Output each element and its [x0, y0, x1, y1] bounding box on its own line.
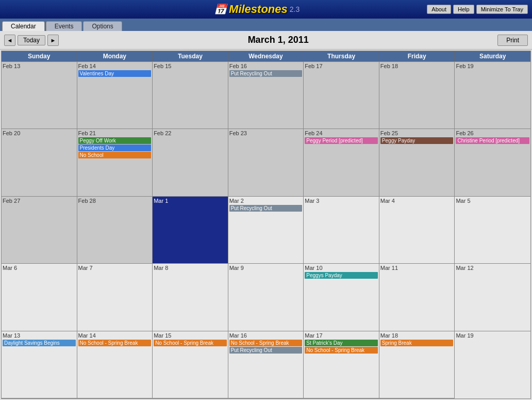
- calendar: Sunday Monday Tuesday Wednesday Thursday…: [0, 50, 532, 400]
- prev-button[interactable]: ◄: [4, 35, 15, 46]
- event-item[interactable]: Peggy Off Work: [78, 137, 152, 144]
- cell-date: Feb 18: [380, 63, 454, 69]
- cell-date: Feb 21: [78, 130, 152, 136]
- cal-cell[interactable]: Mar 4: [379, 197, 455, 264]
- cal-cell[interactable]: Mar 18Spring Break: [379, 331, 455, 398]
- cell-date: Mar 4: [380, 198, 454, 204]
- event-item[interactable]: Daylight Savings Begins: [3, 340, 76, 346]
- cal-cell[interactable]: Mar 14No School - Spring Break: [77, 331, 153, 398]
- cell-date: Feb 14: [78, 63, 152, 69]
- help-button[interactable]: Help: [453, 5, 474, 14]
- app-icon: 📅: [214, 3, 227, 15]
- cal-cell[interactable]: Mar 5: [455, 197, 530, 264]
- header-wednesday: Wednesday: [228, 51, 304, 61]
- cal-cell[interactable]: Feb 20: [2, 129, 77, 196]
- cal-cell[interactable]: Mar 13Daylight Savings Begins: [2, 331, 77, 398]
- cell-date: Feb 27: [3, 198, 76, 204]
- minimize-button[interactable]: Minimize To Tray: [476, 5, 528, 14]
- cell-date: Mar 19: [456, 332, 529, 339]
- event-item[interactable]: Valentines Day: [78, 70, 152, 77]
- event-item[interactable]: No School - Spring Break: [78, 340, 152, 346]
- tab-calendar[interactable]: Calendar: [2, 21, 45, 31]
- event-item[interactable]: Christine Period [predicted]: [456, 137, 529, 144]
- cal-cell[interactable]: Mar 10Peggys Payday: [304, 264, 379, 331]
- cell-date: Feb 20: [3, 130, 76, 136]
- cal-cell[interactable]: Feb 25Peggy Payday: [379, 129, 455, 196]
- cell-date: Feb 15: [154, 63, 227, 69]
- cal-cell[interactable]: Feb 15: [153, 62, 228, 129]
- event-item[interactable]: No School - Spring Break: [154, 340, 227, 346]
- cal-cell[interactable]: Mar 7: [77, 264, 153, 331]
- cell-date: Feb 19: [456, 63, 529, 69]
- titlebar: 📅 Milestones 2.3 About Help Minimize To …: [0, 0, 532, 19]
- cal-cell[interactable]: Mar 6: [2, 264, 77, 331]
- cal-cell[interactable]: Mar 19: [455, 331, 530, 398]
- tab-options[interactable]: Options: [83, 21, 122, 31]
- cell-date: Mar 7: [78, 265, 152, 271]
- tab-events[interactable]: Events: [46, 21, 82, 31]
- print-button[interactable]: Print: [497, 35, 528, 46]
- cal-cell[interactable]: Feb 17: [304, 62, 379, 129]
- event-item[interactable]: No School - Spring Break: [305, 347, 378, 354]
- cell-date: Feb 24: [305, 130, 378, 136]
- cell-date: Feb 13: [3, 63, 76, 69]
- tabbar: Calendar Events Options: [0, 19, 532, 31]
- cal-cell[interactable]: Feb 24Peggy Period [predicted]: [304, 129, 379, 196]
- cal-cell[interactable]: Feb 16Put Recycling Out: [228, 62, 304, 129]
- event-item[interactable]: Peggy Payday: [380, 137, 454, 144]
- event-item[interactable]: No School: [78, 152, 152, 158]
- event-item[interactable]: Presidents Day: [78, 145, 152, 151]
- cal-cell-today[interactable]: Mar 1: [153, 197, 228, 264]
- event-item[interactable]: No School - Spring Break: [229, 340, 303, 346]
- cal-cell[interactable]: Feb 26Christine Period [predicted]: [455, 129, 530, 196]
- cal-cell[interactable]: Feb 14Valentines Day: [77, 62, 153, 129]
- next-button[interactable]: ►: [47, 35, 59, 46]
- event-item[interactable]: Peggys Payday: [305, 272, 378, 279]
- cal-cell[interactable]: Feb 13: [2, 62, 77, 129]
- cal-cell[interactable]: Feb 27: [2, 197, 77, 264]
- cell-date: Mar 3: [305, 198, 378, 204]
- title-buttons: About Help Minimize To Tray: [427, 5, 528, 14]
- event-item[interactable]: Peggy Period [predicted]: [305, 137, 378, 144]
- event-item[interactable]: Put Recycling Out: [229, 347, 303, 354]
- calendar-grid: Feb 13 Feb 14Valentines Day Feb 15 Feb 1…: [1, 61, 531, 399]
- event-item[interactable]: Put Recycling Out: [229, 205, 303, 212]
- cal-cell[interactable]: Feb 21Peggy Off WorkPresidents DayNo Sch…: [77, 129, 153, 196]
- cell-date: Mar 2: [229, 198, 303, 204]
- cell-date: Mar 9: [229, 265, 303, 271]
- cell-date: Mar 16: [229, 332, 303, 339]
- cal-cell[interactable]: Mar 8: [153, 264, 228, 331]
- cal-cell[interactable]: Feb 23: [228, 129, 304, 196]
- cell-date: Mar 15: [154, 332, 227, 339]
- cell-date: Mar 13: [3, 332, 76, 339]
- cal-cell[interactable]: Mar 3: [304, 197, 379, 264]
- cell-date: Mar 11: [380, 265, 454, 271]
- app-title: 📅 Milestones 2.3: [87, 3, 427, 16]
- today-button[interactable]: Today: [18, 35, 45, 45]
- cell-date: Feb 22: [154, 130, 227, 136]
- cell-date: Mar 6: [3, 265, 76, 271]
- cal-cell[interactable]: Mar 2Put Recycling Out: [228, 197, 304, 264]
- cal-cell[interactable]: Mar 11: [379, 264, 455, 331]
- cell-date: Mar 17: [305, 332, 378, 339]
- about-button[interactable]: About: [427, 5, 451, 14]
- header-tuesday: Tuesday: [153, 51, 228, 61]
- cal-cell[interactable]: Feb 18: [379, 62, 455, 129]
- event-item[interactable]: Put Recycling Out: [229, 70, 303, 77]
- cell-date: Mar 8: [154, 265, 227, 271]
- cal-cell[interactable]: Feb 22: [153, 129, 228, 196]
- cal-cell[interactable]: Mar 9: [228, 264, 304, 331]
- event-item[interactable]: St Patrick's Day: [305, 340, 378, 346]
- cal-cell[interactable]: Mar 16No School - Spring BreakPut Recycl…: [228, 331, 304, 398]
- cal-cell[interactable]: Mar 15No School - Spring Break: [153, 331, 228, 398]
- cal-cell[interactable]: Mar 12: [455, 264, 530, 331]
- cal-cell[interactable]: Mar 17St Patrick's DayNo School - Spring…: [304, 331, 379, 398]
- day-headers: Sunday Monday Tuesday Wednesday Thursday…: [1, 51, 531, 61]
- cal-cell[interactable]: Feb 28: [77, 197, 153, 264]
- calendar-title: March 1, 2011: [59, 35, 497, 45]
- app-title-text: Milestones: [229, 3, 288, 16]
- cell-date: Mar 1: [154, 198, 227, 204]
- cell-date: Mar 14: [78, 332, 152, 339]
- cal-cell[interactable]: Feb 19: [455, 62, 530, 129]
- event-item[interactable]: Spring Break: [380, 340, 454, 346]
